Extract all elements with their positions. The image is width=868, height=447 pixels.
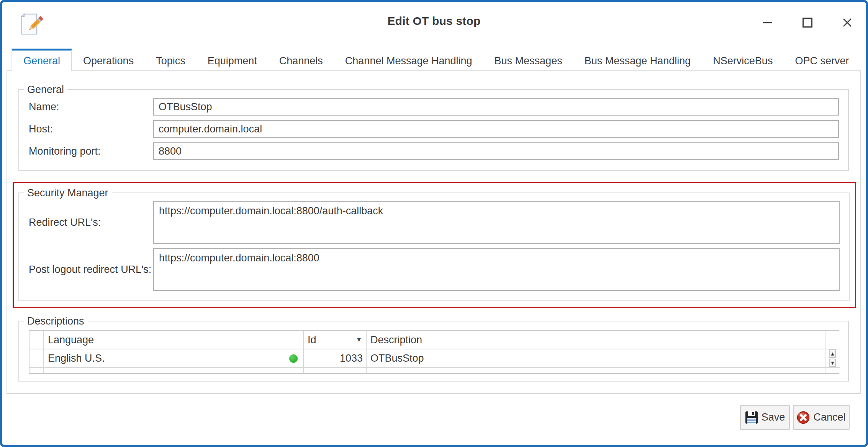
- empty-row-cell: [44, 368, 304, 373]
- redirect-urls-label: Redirect URL's:: [29, 201, 101, 244]
- descriptions-group: Descriptions Language Id ▼ Description E…: [18, 321, 849, 382]
- description-cell[interactable]: OTBusStop: [367, 349, 825, 368]
- column-header-label: Language: [48, 334, 94, 346]
- tab-bus-messages[interactable]: Bus Messages: [483, 49, 573, 71]
- language-value: English U.S.: [48, 352, 105, 364]
- title-bar: Edit OT bus stop: [0, 0, 868, 48]
- description-column-header[interactable]: Description: [367, 331, 825, 349]
- empty-row-cell: [367, 368, 825, 373]
- descriptions-group-legend: Descriptions: [24, 315, 88, 327]
- language-cell[interactable]: English U.S.: [44, 349, 304, 368]
- scroll-column-header-cell: [825, 331, 840, 349]
- security-manager-group-legend: Security Manager: [24, 187, 112, 199]
- row-scroll-spinner: ▲ ▼: [825, 349, 840, 368]
- save-button-label: Save: [762, 411, 785, 423]
- tab-bus-message-handling[interactable]: Bus Message Handling: [573, 49, 702, 71]
- tab-label: NServiceBus: [713, 55, 773, 67]
- general-group-legend: General: [24, 83, 67, 96]
- empty-row-cell: [304, 368, 367, 373]
- cancel-button[interactable]: Cancel: [793, 405, 850, 430]
- tab-label: Operations: [83, 55, 134, 67]
- row-scroll-down-button[interactable]: ▼: [829, 359, 836, 367]
- down-arrow-icon: ▼: [830, 360, 835, 365]
- redirect-urls-textarea[interactable]: https://computer.domain.local:8800/auth-…: [153, 201, 840, 244]
- tab-operations[interactable]: Operations: [72, 49, 145, 71]
- tab-label: General: [23, 55, 60, 67]
- minimize-icon: [763, 22, 772, 23]
- id-sort-dropdown-icon[interactable]: ▼: [356, 336, 362, 343]
- id-cell[interactable]: 1033: [304, 349, 367, 368]
- row-selector-cell[interactable]: [29, 349, 44, 368]
- id-value: 1033: [340, 352, 363, 364]
- id-column-header[interactable]: Id ▼: [304, 331, 367, 349]
- close-icon: [842, 18, 852, 28]
- tab-channel-message-handling[interactable]: Channel Message Handling: [334, 49, 483, 71]
- close-button[interactable]: [835, 11, 859, 34]
- tab-strip: General Operations Topics Equipment Chan…: [11, 49, 860, 71]
- column-header-label: Id: [308, 334, 316, 346]
- host-input[interactable]: [153, 120, 839, 138]
- tab-label: Channels: [279, 55, 323, 67]
- tab-content-panel: General Name: Host: Monitoring port: Sec…: [7, 70, 861, 394]
- description-value: OTBusStop: [370, 352, 424, 364]
- edit-ot-bus-stop-dialog: Edit OT bus stop General Operations Topi…: [0, 0, 868, 447]
- cancel-button-label: Cancel: [813, 411, 845, 423]
- cancel-icon: [797, 411, 810, 424]
- minimize-button[interactable]: [756, 11, 780, 34]
- row-selector-header-cell: [29, 331, 44, 349]
- descriptions-table: Language Id ▼ Description English U.S. 1…: [29, 330, 839, 374]
- save-button[interactable]: Save: [740, 405, 790, 430]
- window-title: Edit OT bus stop: [0, 15, 868, 28]
- security-manager-group: Security Manager Redirect URL's: https:/…: [18, 193, 850, 301]
- language-status-dot-icon: [289, 354, 298, 363]
- language-column-header[interactable]: Language: [44, 331, 304, 349]
- tab-channels[interactable]: Channels: [268, 49, 334, 71]
- tab-label: Equipment: [208, 55, 257, 67]
- tab-nservicebus[interactable]: NServiceBus: [702, 49, 784, 71]
- tab-label: Bus Messages: [495, 55, 562, 67]
- host-label: Host:: [29, 120, 53, 138]
- name-input[interactable]: [153, 98, 839, 116]
- tab-general[interactable]: General: [11, 49, 72, 71]
- tab-topics[interactable]: Topics: [145, 49, 197, 71]
- name-label: Name:: [29, 98, 59, 116]
- maximize-button[interactable]: [796, 11, 819, 34]
- post-logout-redirect-urls-label: Post logout redirect URL's:: [29, 248, 151, 291]
- empty-row-cell: [825, 368, 840, 373]
- tab-opc-server[interactable]: OPC server: [784, 49, 860, 71]
- tab-label: Channel Message Handling: [345, 55, 472, 67]
- tab-label: OPC server: [795, 55, 849, 67]
- save-floppy-icon: [745, 411, 758, 424]
- row-scroll-up-button[interactable]: ▲: [829, 349, 836, 358]
- maximize-icon: [802, 18, 812, 28]
- column-header-label: Description: [370, 334, 422, 346]
- post-logout-redirect-urls-textarea[interactable]: https://computer.domain.local:8800: [153, 248, 840, 291]
- monitoring-port-input[interactable]: [153, 142, 839, 160]
- tab-label: Topics: [156, 55, 185, 67]
- tab-label: Bus Message Handling: [585, 55, 691, 67]
- monitoring-port-label: Monitoring port:: [29, 142, 101, 160]
- empty-row-cell: [29, 368, 44, 373]
- tab-equipment[interactable]: Equipment: [197, 49, 268, 71]
- general-group: General Name: Host: Monitoring port:: [18, 89, 849, 171]
- up-arrow-icon: ▲: [830, 351, 835, 356]
